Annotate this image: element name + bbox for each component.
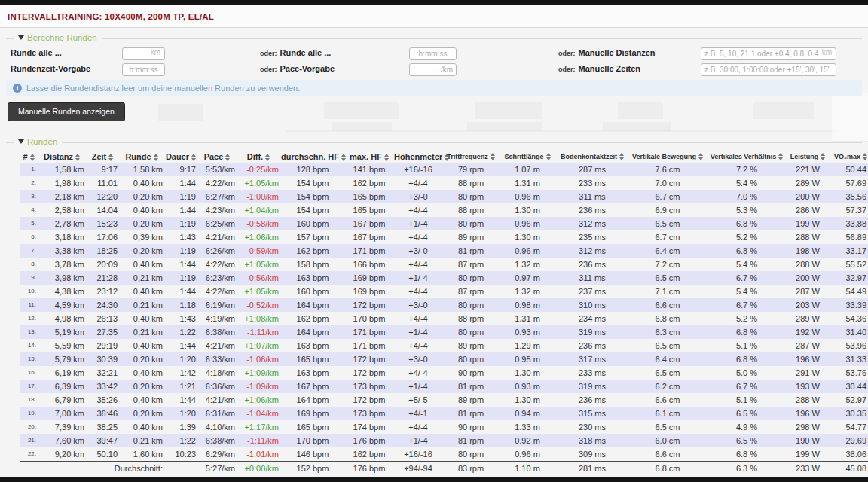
table-row: 10.4,38 km23:120,40 km1:444:22/km+1:05/k… bbox=[20, 285, 868, 298]
cell-zeit: 32:21 bbox=[86, 366, 119, 380]
rundenzeit-vorgabe-label: Rundenzeit-Vorgabe bbox=[11, 64, 90, 73]
cell-leistung: 288 W bbox=[787, 393, 829, 407]
cell-diff: +1:07/km bbox=[237, 339, 280, 352]
cell-dauer: 1:39 bbox=[164, 420, 197, 434]
cell-vertikale-bewegung: 6.2 cm bbox=[628, 380, 707, 393]
cell-leistung: 289 W bbox=[787, 312, 829, 325]
cell-trittfrequenz: 80 rpm bbox=[443, 447, 499, 462]
cell-durchschn-hf: 164 bpm bbox=[280, 393, 345, 407]
cell-num: 12. bbox=[20, 312, 38, 325]
runden-toggle[interactable]: Runden bbox=[14, 137, 62, 146]
column-header-vo2max[interactable]: VO₂max bbox=[829, 151, 868, 163]
cell-distanz: 6,19 km bbox=[38, 366, 86, 380]
cell-hoehenmeter: +4/-4 bbox=[393, 203, 443, 217]
pace-vorgabe-input[interactable] bbox=[409, 63, 457, 76]
cell-durchschn-hf: 160 bpm bbox=[280, 217, 345, 230]
column-header-vertikales-verhaeltnis[interactable]: Vertikales Verhältnis bbox=[707, 151, 787, 163]
cell-max-hf: 167 bpm bbox=[345, 230, 393, 244]
column-header-dauer[interactable]: Dauer bbox=[164, 151, 197, 163]
cell-num: 9. bbox=[20, 271, 38, 285]
cell-vertikales-verhaeltnis: 6.7 % bbox=[707, 271, 787, 285]
column-header-distanz[interactable]: Distanz bbox=[38, 151, 86, 163]
cell-zeit: 21:28 bbox=[86, 271, 119, 285]
column-header-diff[interactable]: Diff. bbox=[237, 151, 280, 163]
cell-max-hf: 172 bpm bbox=[345, 298, 393, 312]
rundenzeit-vorgabe-input[interactable] bbox=[122, 63, 165, 76]
column-header-vertikale-bewegung[interactable]: Vertikale Bewegung bbox=[628, 151, 707, 163]
cell-max-hf: 162 bpm bbox=[345, 447, 393, 462]
cell-dauer: 1:22 bbox=[164, 434, 197, 447]
cell-bodenkontaktzeit: 233 ms bbox=[556, 176, 628, 190]
cell-vertikale-bewegung: 6.5 cm bbox=[628, 271, 707, 285]
cell-vertikales-verhaeltnis: 6.7 % bbox=[707, 298, 787, 312]
column-header-hoehenmeter[interactable]: Höhenmeter bbox=[393, 151, 443, 163]
cell-bodenkontaktzeit: 309 ms bbox=[556, 447, 628, 462]
cell-durchschn-hf: 165 bpm bbox=[280, 352, 345, 366]
manuelle-zeiten-input[interactable] bbox=[701, 63, 836, 76]
cell-num: 15. bbox=[20, 352, 38, 366]
runde-alle-zeit-input[interactable] bbox=[409, 47, 457, 60]
cell-trittfrequenz: 80 rpm bbox=[443, 271, 499, 285]
cell-bodenkontaktzeit: 230 ms bbox=[556, 420, 628, 434]
cell-distanz: 3,98 km bbox=[38, 271, 86, 285]
cell-max-hf: 172 bpm bbox=[345, 352, 393, 366]
cell-runde: 0,40 km bbox=[119, 285, 164, 298]
pace-vorgabe-label: oder:Pace-Vorgabe bbox=[260, 64, 335, 73]
cell-hoehenmeter: +4/-4 bbox=[393, 339, 443, 352]
cell-diff: +1:06/km bbox=[237, 230, 280, 244]
cell-zeit: 39:47 bbox=[86, 434, 119, 447]
cell-trittfrequenz: 80 rpm bbox=[443, 298, 499, 312]
berechne-runden-form: Runde alle ... km oder:Runde alle ... od… bbox=[6, 39, 862, 75]
cell-trittfrequenz: 80 rpm bbox=[443, 217, 499, 230]
app-window: INTERVALLTRAINING: 10X400M, 200M TP, EL/… bbox=[0, 0, 868, 482]
cell-vo2max: 53.76 bbox=[829, 366, 868, 380]
column-header-pace[interactable]: Pace bbox=[197, 151, 237, 163]
cell-runde: 0,20 km bbox=[119, 352, 164, 366]
cell-vertikale-bewegung: 6.1 cm bbox=[628, 407, 707, 420]
cell-runde: 0,20 km bbox=[119, 190, 164, 203]
cell-dauer: 1:19 bbox=[164, 217, 197, 230]
laps-table: #DistanzZeitRundeDauerPaceDiff.durchschn… bbox=[20, 151, 868, 475]
manuelle-runden-anzeigen-button[interactable]: Manuelle Runden anzeigen bbox=[8, 102, 125, 121]
cell-durchschn-hf: 169 bpm bbox=[280, 407, 345, 420]
manuelle-distanzen-input[interactable] bbox=[701, 47, 836, 60]
cell-vertikales-verhaeltnis: 6.5 % bbox=[707, 434, 787, 447]
cell-leistung: 193 W bbox=[787, 380, 829, 393]
column-header-bodenkontaktzeit[interactable]: Bodenkontaktzeit bbox=[556, 151, 628, 163]
cell-runde: 0,20 km bbox=[119, 407, 164, 420]
column-label: Vertikales Verhältnis bbox=[711, 153, 777, 160]
window-top-edge bbox=[0, 0, 868, 5]
column-header-zeit[interactable]: Zeit bbox=[86, 151, 119, 163]
cell-vo2max: 33.88 bbox=[829, 217, 868, 230]
column-label: Pace bbox=[204, 152, 224, 161]
column-header-leistung[interactable]: Leistung bbox=[787, 151, 829, 163]
cell-hoehenmeter: +16/-16 bbox=[393, 163, 443, 176]
cell-vertikales-verhaeltnis: 5.0 % bbox=[707, 366, 787, 380]
cell-durchschn-hf: 163 bpm bbox=[280, 271, 345, 285]
column-header-trittfrequenz[interactable]: Trittfrequenz bbox=[443, 151, 499, 163]
cell-trittfrequenz: 83 rpm bbox=[443, 462, 499, 476]
column-header-durchschn-hf[interactable]: durchschn. HF bbox=[280, 151, 345, 163]
cell-durchschn-hf: 154 bpm bbox=[280, 203, 345, 217]
cell-pace: 4:21/km bbox=[197, 393, 237, 407]
cell-num: 2. bbox=[20, 176, 38, 190]
cell-trittfrequenz: 81 rpm bbox=[443, 244, 499, 258]
runde-alle-distanz-input[interactable] bbox=[122, 47, 165, 60]
cell-vertikale-bewegung: 7.6 cm bbox=[628, 163, 707, 176]
cell-vertikales-verhaeltnis: 6.8 % bbox=[707, 447, 787, 462]
column-header-runde[interactable]: Runde bbox=[119, 151, 164, 163]
cell-distanz: 5,59 km bbox=[38, 339, 86, 352]
cell-max-hf: 167 bpm bbox=[345, 217, 393, 230]
column-header-schrittlaenge[interactable]: Schrittlänge bbox=[499, 151, 556, 163]
cell-pace: 4:21/km bbox=[197, 230, 237, 244]
cell-dauer: 1:42 bbox=[164, 366, 197, 380]
manuelle-zeiten-label: oder:Manuelle Zeiten bbox=[558, 64, 640, 73]
cell-vertikale-bewegung: 6.4 cm bbox=[628, 352, 707, 366]
cell-leistung: 287 W bbox=[787, 285, 829, 298]
cell-vertikale-bewegung: 6.0 cm bbox=[628, 434, 707, 447]
cell-trittfrequenz: 89 rpm bbox=[443, 230, 499, 244]
cell-num: 14. bbox=[20, 339, 38, 352]
cell-vertikale-bewegung: 6.6 cm bbox=[628, 298, 707, 312]
column-header-max-hf[interactable]: max. HF bbox=[345, 151, 393, 163]
column-header-num[interactable]: # bbox=[20, 151, 38, 163]
